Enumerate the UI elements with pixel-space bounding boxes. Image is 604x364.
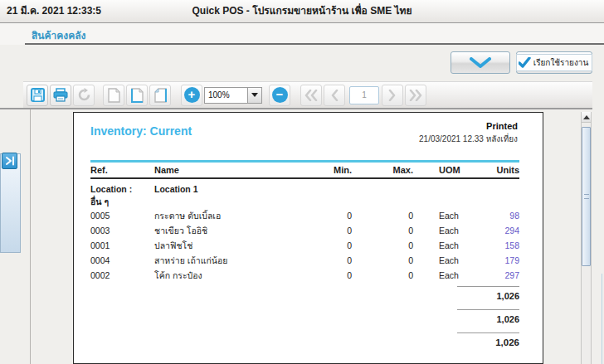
viewer-left-border <box>30 109 31 364</box>
report-page: Inventory: Current Printed 21/03/2021 12… <box>73 112 543 364</box>
next-page-button[interactable] <box>382 85 403 106</box>
save-icon <box>31 88 45 102</box>
printed-label: Printed <box>419 121 518 131</box>
page-icon <box>108 88 120 103</box>
print-button[interactable] <box>50 85 71 106</box>
location-value: Location 1 <box>154 184 306 194</box>
cell-name: โค้ก กระป๋อง <box>154 269 306 283</box>
vertical-scrollbar[interactable] <box>581 112 592 364</box>
col-header-uom: UOM <box>413 165 485 175</box>
previous-page-button[interactable] <box>324 85 345 106</box>
cell-name: สาหร่าย เถ้าแก่น้อย <box>154 254 306 268</box>
total-value: 1,026 <box>90 310 519 329</box>
first-page-button[interactable] <box>300 85 322 106</box>
cell-name: กระดาษ ดับเบิ้ลเอ <box>154 209 306 223</box>
printer-icon <box>53 88 68 102</box>
fit-whole-page-button[interactable] <box>149 85 171 106</box>
table-header-row: Ref. Name Min. Max. UOM Units <box>90 163 519 179</box>
cell-uom: Each <box>413 255 485 265</box>
double-chevron-right-icon <box>409 90 422 101</box>
zoom-in-button[interactable]: + <box>181 85 202 106</box>
location-row: Location : Location 1 <box>90 182 519 196</box>
zoom-dropdown-button[interactable] <box>247 87 262 104</box>
chevron-right-icon <box>388 90 397 101</box>
checkmark-icon <box>519 57 531 68</box>
zoom-actual-size-button[interactable] <box>103 85 124 106</box>
total-value: 1,026 <box>90 287 519 306</box>
cell-ref: 0005 <box>90 211 154 221</box>
cell-name: ชาเขียว โออิชิ <box>154 224 306 238</box>
cell-name: ปลาฟิชโช่ <box>154 239 306 253</box>
inventory-table: Ref. Name Min. Max. UOM Units Location :… <box>90 160 519 352</box>
quick-pos-window: 21 มี.ค. 2021 12:33:5 Quick POS - โปรแกร… <box>0 0 604 364</box>
cell-units-link[interactable]: 179 <box>485 255 519 265</box>
cell-ref: 0001 <box>90 240 154 250</box>
page-number-input[interactable]: 1 <box>349 86 379 104</box>
zoom-out-button[interactable]: − <box>269 85 290 106</box>
cell-uom: Each <box>413 211 485 221</box>
right-panel-edge <box>602 274 602 364</box>
location-label: Location : <box>90 184 154 194</box>
scroll-up-button[interactable] <box>582 112 591 123</box>
cell-units-link[interactable]: 98 <box>485 211 519 221</box>
plus-icon: + <box>184 87 200 103</box>
tab-strip: สินค้าคงคลัง <box>0 23 604 45</box>
report-toolbar: + 100% − 1 <box>23 81 592 108</box>
scrollbar-thumb[interactable] <box>582 127 591 266</box>
table-row: 0005 กระดาษ ดับเบิ้ลเอ 0 0 Each 98 <box>90 208 519 223</box>
scrollbar-grip <box>584 194 589 199</box>
last-page-button[interactable] <box>405 85 426 106</box>
page-width-icon <box>131 88 144 103</box>
double-chevron-left-icon <box>304 90 318 101</box>
cell-units-link[interactable]: 158 <box>485 240 519 250</box>
report-title: Inventory: Current <box>90 124 192 138</box>
run-report-label: เรียกใช้รายงาน <box>533 56 589 69</box>
run-report-button[interactable]: เรียกใช้รายงาน <box>516 51 592 74</box>
cell-max: 0 <box>352 240 413 250</box>
total-value: 1,026 <box>90 333 519 352</box>
refresh-icon <box>77 88 91 102</box>
table-row: 0004 สาหร่าย เถ้าแก่น้อย 0 0 Each 179 <box>90 253 519 268</box>
cell-uom: Each <box>413 226 485 235</box>
report-viewer: Inventory: Current Printed 21/03/2021 12… <box>0 109 604 364</box>
refresh-button[interactable] <box>73 85 95 106</box>
zoom-level-field[interactable]: 100% <box>204 87 247 104</box>
chevron-left-icon <box>330 90 339 101</box>
cell-max: 0 <box>352 270 413 280</box>
fit-page-width-button[interactable] <box>126 85 148 106</box>
printed-datetime: 21/03/2021 12.33 หลังเที่ยง <box>419 133 518 145</box>
grand-total: 1,026 <box>90 332 519 352</box>
expand-panel-button[interactable] <box>2 153 17 169</box>
expand-right-icon <box>5 156 15 166</box>
col-header-min: Min. <box>306 165 352 175</box>
printed-block: Printed 21/03/2021 12.33 หลังเที่ยง <box>419 121 518 145</box>
cell-min: 0 <box>306 255 352 265</box>
collapse-report-options-button[interactable] <box>451 51 510 74</box>
cell-units-link[interactable]: 294 <box>485 226 519 235</box>
dropdown-arrow-icon <box>251 93 258 97</box>
cell-max: 0 <box>352 226 413 235</box>
table-row: 0001 ปลาฟิชโช่ 0 0 Each 158 <box>90 238 519 253</box>
cell-min: 0 <box>306 211 352 221</box>
cell-max: 0 <box>352 211 413 221</box>
save-button[interactable] <box>27 85 48 106</box>
tab-inventory[interactable]: สินค้าคงคลัง <box>32 27 85 43</box>
minus-icon: − <box>272 87 288 103</box>
cell-uom: Each <box>413 270 485 280</box>
cell-min: 0 <box>306 240 352 250</box>
col-header-max: Max. <box>352 165 413 175</box>
cell-units-link[interactable]: 297 <box>485 270 519 280</box>
location-total: 1,026 <box>90 309 519 329</box>
col-header-name: Name <box>154 165 306 175</box>
run-report-inner: เรียกใช้รายงาน <box>516 54 593 71</box>
col-header-units: Units <box>485 165 519 175</box>
cell-max: 0 <box>352 255 413 265</box>
chevron-down-icon <box>470 57 491 68</box>
cell-ref: 0002 <box>90 270 154 280</box>
col-header-ref: Ref. <box>90 165 154 175</box>
table-row: 0003 ชาเขียว โออิชิ 0 0 Each 294 <box>90 223 519 238</box>
whole-page-icon <box>154 88 167 103</box>
titlebar: 21 มี.ค. 2021 12:33:5 Quick POS - โปรแกร… <box>0 0 604 23</box>
cell-ref: 0003 <box>90 226 154 235</box>
table-row: 0002 โค้ก กระป๋อง 0 0 Each 297 <box>90 268 519 283</box>
